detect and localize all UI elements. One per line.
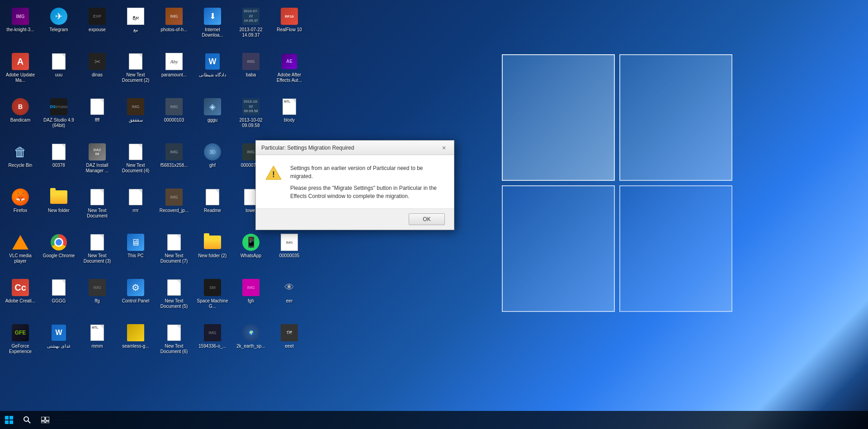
icon-ghf[interactable]: 3D ghf: [194, 140, 231, 185]
icon-adobe-ae[interactable]: AE Adobe After Effects Aut...: [271, 50, 307, 95]
icon-the-knight[interactable]: IMG the-knight-3...: [2, 5, 38, 50]
icon-expouse[interactable]: EXP expouse: [79, 5, 115, 50]
icon-bandicam[interactable]: B Bandicam: [2, 95, 38, 140]
icon-geforce[interactable]: GFE GeForce Experience: [2, 321, 38, 366]
svg-rect-4: [5, 420, 9, 424]
dialog-titlebar: Particular: Settings Migration Required …: [256, 141, 454, 155]
dialog-message-line1: Settings from an earlier version of Part…: [290, 164, 445, 180]
icon-00000035[interactable]: IMG 00000035: [271, 231, 307, 276]
icon-new-txt-doc-4[interactable]: New Text Document (4): [118, 140, 154, 185]
dialog-ok-button[interactable]: OK: [409, 213, 445, 225]
settings-migration-dialog: Particular: Settings Migration Required …: [255, 140, 454, 230]
dialog-body: ! Settings from an earlier version of Pa…: [256, 155, 454, 208]
svg-rect-5: [9, 420, 13, 424]
win-logo-panel-tr: [619, 54, 732, 181]
icon-new-folder-2[interactable]: New folder (2): [194, 231, 231, 276]
dialog-message-line2: Please press the "Migrate Settings" butt…: [290, 184, 445, 200]
icon-telegram[interactable]: ✈ Telegram: [41, 5, 77, 50]
svg-rect-10: [41, 421, 45, 423]
win-logo-panel-br: [619, 185, 732, 312]
icon-ffg[interactable]: IMG ffg: [79, 276, 115, 321]
icon-firefox[interactable]: 🦊 Firefox: [2, 185, 38, 231]
icon-gggu[interactable]: ◈ gggu: [194, 95, 231, 140]
icon-daz-install[interactable]: DAZIM DAZ Install Manager ...: [79, 140, 115, 185]
win-logo-panel-bl: [502, 185, 615, 312]
icon-1594336[interactable]: IMG 1594336-o_...: [194, 321, 231, 366]
icon-ghaza-beheshti[interactable]: W غذای بهشتی: [41, 321, 77, 366]
icon-new-txt-doc-7[interactable]: New Text Document (7): [156, 231, 192, 276]
icon-paramount[interactable]: Aby paramount...: [156, 50, 192, 95]
icon-new-txt-doc-3[interactable]: New Text Document (3): [79, 231, 115, 276]
icon-eeet[interactable]: 🗺 eeet: [271, 321, 307, 366]
icon-seamless-g[interactable]: seamless-g...: [118, 321, 154, 366]
icon-vlc[interactable]: VLC media player: [2, 231, 38, 276]
task-view-button[interactable]: [36, 411, 54, 429]
icon-daz-studio[interactable]: DSSTUDIO DAZ Studio 4.9 (64bit): [41, 95, 77, 140]
icon-arabic-sell[interactable]: بيع بيع: [118, 5, 154, 50]
icon-rrrr[interactable]: rrrr: [118, 185, 154, 231]
icon-dinas[interactable]: ✂ dinas: [79, 50, 115, 95]
icon-this-pc[interactable]: 🖥 This PC: [118, 231, 154, 276]
icon-internet-download[interactable]: ⬇ Internet Downloa...: [194, 5, 231, 50]
icon-new-txt-doc-2[interactable]: New Text Document (2): [118, 50, 154, 95]
dialog-footer: OK: [256, 208, 454, 230]
dialog-message: Settings from an earlier version of Part…: [290, 164, 445, 204]
icon-adobe-creat[interactable]: Cc Adobe Creati...: [2, 276, 38, 321]
icon-dadgah[interactable]: W دادگاه شیطانی: [194, 50, 231, 95]
icon-realflow10[interactable]: RF10 RealFlow 10: [271, 5, 307, 50]
icon-gggg[interactable]: GGGG: [41, 276, 77, 321]
svg-text:!: !: [272, 170, 275, 179]
svg-rect-8: [41, 417, 45, 420]
dialog-close-button[interactable]: ×: [439, 143, 448, 152]
icon-f56831x258[interactable]: IMG f56831x258...: [156, 140, 192, 185]
icon-datetime-2013[interactable]: 2013-07-2214.09.37 2013-07-22 14.09.37: [233, 5, 269, 50]
icon-datetime-2013-2[interactable]: 2013-10-0209.09.58 2013-10-02 09.09.58: [233, 95, 269, 140]
dialog-title: Particular: Settings Migration Required: [261, 145, 354, 151]
icon-sqqqqq[interactable]: IMG سقققق: [118, 95, 154, 140]
icon-control-panel[interactable]: ⚙ Control Panel: [118, 276, 154, 321]
icon-recycle-bin[interactable]: 🗑 Recycle Bin: [2, 140, 38, 185]
search-button[interactable]: [18, 411, 36, 429]
start-button[interactable]: [0, 411, 18, 429]
icon-google-chrome[interactable]: Google Chrome: [41, 231, 77, 276]
icon-readme[interactable]: Readme: [194, 185, 231, 231]
icon-00378[interactable]: 00378: [41, 140, 77, 185]
svg-rect-2: [5, 416, 9, 420]
svg-rect-11: [46, 421, 49, 423]
icon-space-machine[interactable]: SM Space Machine G...: [194, 276, 231, 321]
dialog-warning-icon: !: [265, 164, 283, 182]
icon-mmm[interactable]: mmm: [79, 321, 115, 366]
icon-recoverd-jp[interactable]: IMG Recoverd_jp...: [156, 185, 192, 231]
icon-adobe-update[interactable]: A Adobe Update Ma...: [2, 50, 38, 95]
icon-fgh[interactable]: IMG fgh: [233, 276, 269, 321]
icon-blody[interactable]: blody: [271, 95, 307, 140]
icon-photos-of-h[interactable]: IMG photos-of-h...: [156, 5, 192, 50]
win-logo-panel-tl: [502, 54, 615, 181]
icon-2k-earth[interactable]: 🌍 2k_earth_sp...: [233, 321, 269, 366]
icon-whatsapp[interactable]: 📱 WhatsApp: [233, 231, 269, 276]
svg-rect-9: [46, 417, 49, 420]
icon-ffff[interactable]: ffff: [79, 95, 115, 140]
icon-new-folder[interactable]: New folder: [41, 185, 77, 231]
icon-new-txt-doc-5[interactable]: New Text Document (5): [156, 276, 192, 321]
icon-uuu[interactable]: uuu: [41, 50, 77, 95]
icon-baba[interactable]: IMG baba: [233, 50, 269, 95]
svg-rect-3: [9, 416, 13, 420]
icon-eer[interactable]: 👁 eer: [271, 276, 307, 321]
taskbar: [0, 411, 868, 429]
icon-00000103[interactable]: IMG 00000103: [156, 95, 192, 140]
icon-new-txt-doc-plain[interactable]: New Text Document: [79, 185, 115, 231]
svg-line-7: [28, 421, 31, 424]
icon-new-txt-doc-6[interactable]: New Text Document (6): [156, 321, 192, 366]
